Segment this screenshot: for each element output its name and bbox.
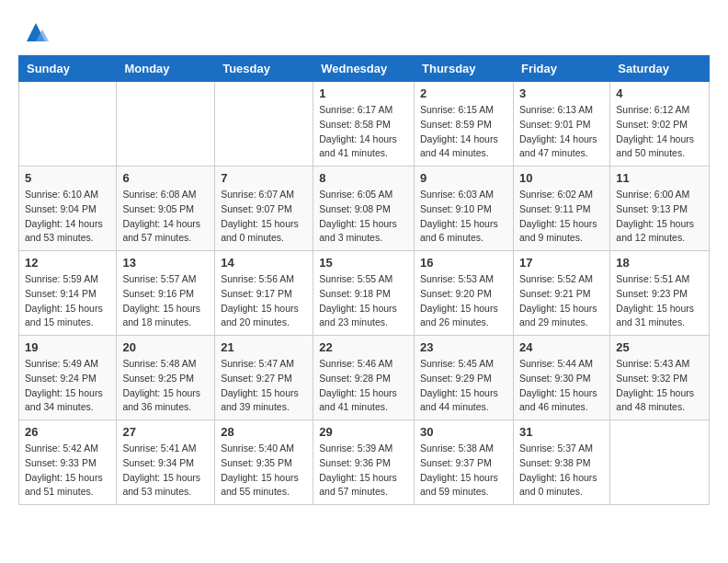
- day-info: Sunrise: 5:46 AMSunset: 9:28 PMDaylight:…: [319, 357, 408, 415]
- calendar-day-cell: 23Sunrise: 5:45 AMSunset: 9:29 PMDayligh…: [415, 336, 514, 420]
- calendar-day-cell: 30Sunrise: 5:38 AMSunset: 9:37 PMDayligh…: [415, 420, 514, 505]
- day-number: 5: [25, 171, 110, 185]
- day-number: 29: [319, 425, 408, 439]
- calendar-day-cell: [215, 82, 313, 167]
- day-number: 25: [616, 340, 703, 354]
- day-info: Sunrise: 6:08 AMSunset: 9:05 PMDaylight:…: [122, 188, 209, 246]
- calendar-day-cell: [610, 420, 710, 505]
- calendar-day-cell: [19, 82, 117, 167]
- calendar-day-cell: 8Sunrise: 6:05 AMSunset: 9:08 PMDaylight…: [313, 167, 415, 251]
- calendar-day-cell: 14Sunrise: 5:56 AMSunset: 9:17 PMDayligh…: [215, 251, 313, 336]
- day-number: 11: [616, 171, 703, 185]
- day-info: Sunrise: 6:17 AMSunset: 8:58 PMDaylight:…: [319, 103, 408, 161]
- day-of-week-header: Thursday: [415, 56, 514, 82]
- day-number: 3: [519, 86, 604, 100]
- calendar-day-cell: 19Sunrise: 5:49 AMSunset: 9:24 PMDayligh…: [19, 336, 117, 420]
- calendar-week-row: 12Sunrise: 5:59 AMSunset: 9:14 PMDayligh…: [19, 251, 710, 336]
- day-info: Sunrise: 6:05 AMSunset: 9:08 PMDaylight:…: [319, 188, 408, 246]
- calendar-day-cell: 16Sunrise: 5:53 AMSunset: 9:20 PMDayligh…: [415, 251, 514, 336]
- day-of-week-header: Saturday: [610, 56, 710, 82]
- day-info: Sunrise: 5:47 AMSunset: 9:27 PMDaylight:…: [221, 357, 307, 415]
- calendar-week-row: 19Sunrise: 5:49 AMSunset: 9:24 PMDayligh…: [19, 336, 710, 420]
- calendar-day-cell: 5Sunrise: 6:10 AMSunset: 9:04 PMDaylight…: [19, 167, 117, 251]
- day-number: 21: [221, 340, 307, 354]
- day-info: Sunrise: 5:49 AMSunset: 9:24 PMDaylight:…: [25, 357, 110, 415]
- day-info: Sunrise: 5:51 AMSunset: 9:23 PMDaylight:…: [616, 272, 703, 330]
- day-info: Sunrise: 5:43 AMSunset: 9:32 PMDaylight:…: [616, 357, 703, 415]
- day-number: 16: [420, 256, 507, 270]
- day-number: 28: [221, 425, 307, 439]
- day-info: Sunrise: 5:59 AMSunset: 9:14 PMDaylight:…: [25, 272, 110, 330]
- day-number: 23: [420, 340, 507, 354]
- day-number: 10: [519, 171, 604, 185]
- day-info: Sunrise: 6:07 AMSunset: 9:07 PMDaylight:…: [221, 188, 307, 246]
- day-number: 8: [319, 171, 408, 185]
- calendar-day-cell: 9Sunrise: 6:03 AMSunset: 9:10 PMDaylight…: [415, 167, 514, 251]
- calendar-day-cell: [117, 82, 215, 167]
- day-number: 2: [420, 86, 507, 100]
- day-number: 22: [319, 340, 408, 354]
- logo-icon: [22, 18, 50, 46]
- calendar-day-cell: 31Sunrise: 5:37 AMSunset: 9:38 PMDayligh…: [513, 420, 609, 505]
- day-info: Sunrise: 5:37 AMSunset: 9:38 PMDaylight:…: [519, 442, 604, 500]
- calendar-week-row: 26Sunrise: 5:42 AMSunset: 9:33 PMDayligh…: [19, 420, 710, 505]
- calendar-day-cell: 7Sunrise: 6:07 AMSunset: 9:07 PMDaylight…: [215, 167, 313, 251]
- calendar-day-cell: 15Sunrise: 5:55 AMSunset: 9:18 PMDayligh…: [313, 251, 415, 336]
- day-number: 6: [122, 171, 209, 185]
- calendar-day-cell: 26Sunrise: 5:42 AMSunset: 9:33 PMDayligh…: [19, 420, 117, 505]
- day-info: Sunrise: 5:57 AMSunset: 9:16 PMDaylight:…: [122, 272, 209, 330]
- calendar-day-cell: 3Sunrise: 6:13 AMSunset: 9:01 PMDaylight…: [513, 82, 609, 167]
- calendar-day-cell: 22Sunrise: 5:46 AMSunset: 9:28 PMDayligh…: [313, 336, 415, 420]
- calendar-day-cell: 28Sunrise: 5:40 AMSunset: 9:35 PMDayligh…: [215, 420, 313, 505]
- day-info: Sunrise: 5:44 AMSunset: 9:30 PMDaylight:…: [519, 357, 604, 415]
- calendar-day-cell: 18Sunrise: 5:51 AMSunset: 9:23 PMDayligh…: [610, 251, 710, 336]
- calendar-day-cell: 20Sunrise: 5:48 AMSunset: 9:25 PMDayligh…: [117, 336, 215, 420]
- logo: [18, 18, 50, 46]
- calendar-day-cell: 24Sunrise: 5:44 AMSunset: 9:30 PMDayligh…: [513, 336, 609, 420]
- day-info: Sunrise: 5:48 AMSunset: 9:25 PMDaylight:…: [122, 357, 209, 415]
- day-number: 13: [122, 256, 209, 270]
- day-number: 26: [25, 425, 110, 439]
- day-of-week-header: Wednesday: [313, 56, 415, 82]
- calendar-table: SundayMondayTuesdayWednesdayThursdayFrid…: [18, 55, 710, 505]
- day-info: Sunrise: 6:10 AMSunset: 9:04 PMDaylight:…: [25, 188, 110, 246]
- calendar-day-cell: 21Sunrise: 5:47 AMSunset: 9:27 PMDayligh…: [215, 336, 313, 420]
- day-info: Sunrise: 5:53 AMSunset: 9:20 PMDaylight:…: [420, 272, 507, 330]
- day-number: 14: [221, 256, 307, 270]
- day-number: 15: [319, 256, 408, 270]
- day-of-week-header: Friday: [513, 56, 609, 82]
- day-number: 17: [519, 256, 604, 270]
- calendar-day-cell: 29Sunrise: 5:39 AMSunset: 9:36 PMDayligh…: [313, 420, 415, 505]
- calendar-day-cell: 11Sunrise: 6:00 AMSunset: 9:13 PMDayligh…: [610, 167, 710, 251]
- calendar-day-cell: 2Sunrise: 6:15 AMSunset: 8:59 PMDaylight…: [415, 82, 514, 167]
- day-info: Sunrise: 6:13 AMSunset: 9:01 PMDaylight:…: [519, 103, 604, 161]
- calendar-day-cell: 1Sunrise: 6:17 AMSunset: 8:58 PMDaylight…: [313, 82, 415, 167]
- day-info: Sunrise: 5:52 AMSunset: 9:21 PMDaylight:…: [519, 272, 604, 330]
- day-info: Sunrise: 5:38 AMSunset: 9:37 PMDaylight:…: [420, 442, 507, 500]
- day-number: 27: [122, 425, 209, 439]
- day-number: 4: [616, 86, 703, 100]
- day-of-week-header: Monday: [117, 56, 215, 82]
- day-info: Sunrise: 6:00 AMSunset: 9:13 PMDaylight:…: [616, 188, 703, 246]
- day-info: Sunrise: 5:41 AMSunset: 9:34 PMDaylight:…: [122, 442, 209, 500]
- day-number: 9: [420, 171, 507, 185]
- day-info: Sunrise: 5:39 AMSunset: 9:36 PMDaylight:…: [319, 442, 408, 500]
- day-info: Sunrise: 5:45 AMSunset: 9:29 PMDaylight:…: [420, 357, 507, 415]
- calendar-day-cell: 25Sunrise: 5:43 AMSunset: 9:32 PMDayligh…: [610, 336, 710, 420]
- calendar-day-cell: 13Sunrise: 5:57 AMSunset: 9:16 PMDayligh…: [117, 251, 215, 336]
- day-info: Sunrise: 6:02 AMSunset: 9:11 PMDaylight:…: [519, 188, 604, 246]
- calendar-week-row: 1Sunrise: 6:17 AMSunset: 8:58 PMDaylight…: [19, 82, 710, 167]
- calendar-day-cell: 17Sunrise: 5:52 AMSunset: 9:21 PMDayligh…: [513, 251, 609, 336]
- day-number: 12: [25, 256, 110, 270]
- day-number: 18: [616, 256, 703, 270]
- day-info: Sunrise: 6:12 AMSunset: 9:02 PMDaylight:…: [616, 103, 703, 161]
- day-number: 24: [519, 340, 604, 354]
- day-info: Sunrise: 6:03 AMSunset: 9:10 PMDaylight:…: [420, 188, 507, 246]
- calendar-header-row: SundayMondayTuesdayWednesdayThursdayFrid…: [19, 56, 710, 82]
- day-of-week-header: Sunday: [19, 56, 117, 82]
- day-number: 19: [25, 340, 110, 354]
- day-of-week-header: Tuesday: [215, 56, 313, 82]
- day-info: Sunrise: 5:55 AMSunset: 9:18 PMDaylight:…: [319, 272, 408, 330]
- calendar-day-cell: 10Sunrise: 6:02 AMSunset: 9:11 PMDayligh…: [513, 167, 609, 251]
- calendar-day-cell: 27Sunrise: 5:41 AMSunset: 9:34 PMDayligh…: [117, 420, 215, 505]
